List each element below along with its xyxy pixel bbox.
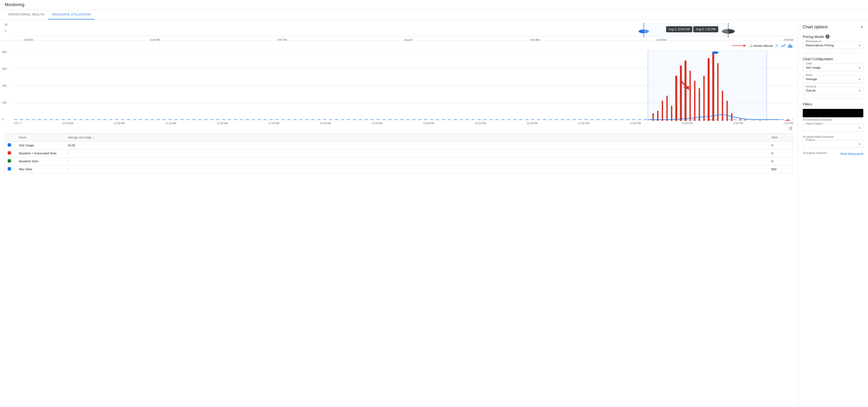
tabs-bar: OPERATIONAL HEALTH RESOURCE UTILIZATION [0, 10, 868, 20]
parent-folders-chevron-icon: ▼ [859, 126, 861, 129]
color-swatch [8, 167, 11, 171]
projects-select[interactable] [806, 142, 860, 146]
row-slots-0: 0 [771, 144, 790, 147]
reservations-filter: 10 reservations maximum [803, 109, 863, 121]
x-1250: 12:50 PM [682, 122, 692, 124]
interval-label: 1 minute interval [750, 44, 773, 48]
mini-time-6: 6:00 AM [657, 38, 666, 41]
row-name-3: Max Slots [19, 168, 66, 171]
line-chart-btn[interactable] [781, 43, 786, 48]
chart-label: Chart [805, 62, 813, 65]
debug-panel-link[interactable]: Show debug panel [840, 152, 863, 155]
pricing-model-title: Pricing Model [803, 35, 824, 39]
tooltip-right: Aug 3, 1:10 PM [693, 26, 718, 32]
chart-field: Chart Slot Usage Job Count Job Execution… [803, 64, 863, 71]
svg-rect-45 [789, 126, 790, 130]
row-avg-2: - [68, 159, 770, 163]
mini-y-label-0: 0 [5, 30, 7, 32]
x-utc: UTC-7 [14, 122, 22, 124]
y-0: 0 [2, 118, 6, 121]
metric-chevron-icon: ▼ [859, 78, 861, 80]
group-by-label: Group by [805, 85, 817, 88]
bar-chart-btn[interactable] [788, 43, 793, 48]
row-avg-0: 10.02 [68, 144, 770, 147]
x-100: 1:00 PM [733, 122, 743, 124]
svg-rect-17 [648, 51, 767, 121]
panel-title: Chart options [803, 25, 828, 30]
metric-field: Metric Average Maximum Minimum ▼ [803, 75, 863, 83]
tab-operational-health[interactable]: OPERATIONAL HEALTH [5, 10, 48, 20]
filters-title: Filters [803, 102, 812, 106]
workloads-field: Workloads on Reservations Pricing On-dem… [803, 41, 863, 49]
chart-config-title: Chart Configuration [803, 57, 833, 61]
x-axis-labels: UTC-7 10:50 AM 11:00 AM 11:10 AM 11:20 A… [0, 121, 798, 125]
parent-folders-select[interactable] [806, 126, 860, 129]
mini-chart: 50 0 Aug 3, 10 [0, 22, 798, 41]
page-title: Monitoring [5, 2, 863, 7]
row-slots-1: 0 [771, 151, 790, 155]
mini-time-1: 3:00 PM [23, 38, 33, 41]
row-name-2: Baseline Slots [19, 159, 66, 163]
reservations-filter-bar[interactable] [803, 109, 863, 117]
legend-row: Baseline Slots - 0 [5, 157, 793, 165]
x-1230: 12:30 PM [578, 122, 589, 124]
row-slots-2: 0 [771, 159, 790, 163]
y-600: 600 [2, 67, 6, 70]
x-1110: 11:10 AM [165, 122, 176, 124]
workloads-select[interactable]: Reservations Pricing On-demand Pricing [806, 43, 860, 47]
row-avg-1: - [68, 151, 770, 155]
col-slots: Slots [771, 136, 790, 139]
scroll-indicator [788, 126, 793, 131]
y-800: 800 [2, 51, 6, 53]
mini-time-4: Aug 03 [404, 38, 412, 41]
projects-label: Projects [805, 138, 816, 141]
svg-rect-8 [788, 45, 789, 48]
mini-time-3: 9:00 PM [277, 38, 287, 41]
metric-select[interactable]: Average Maximum Minimum [806, 77, 860, 81]
legend-table: Name Average slot usage ↓ Slots Slot Usa… [5, 134, 793, 173]
svg-text:★: ★ [783, 119, 792, 121]
x-1210: 12:10 PM [475, 122, 486, 124]
x-1200: 12:00 PM [423, 122, 434, 124]
chart-select[interactable]: Slot Usage Job Count Job Execution Time [806, 66, 860, 69]
tab-resource-utilization[interactable]: RESOURCE UTILIZATION [48, 10, 95, 20]
workloads-chevron-icon: ▼ [859, 44, 861, 47]
legend-row: Max Slots - 800 [5, 165, 793, 173]
metric-label: Metric [805, 74, 814, 76]
projects-chevron-icon: ▼ [859, 143, 861, 145]
x-1050: 10:50 AM [62, 122, 73, 124]
reservations-max-label: 10 reservations maximum [803, 118, 863, 121]
x-1120: 11:20 AM [217, 122, 228, 124]
x-1220: 12:20 PM [526, 122, 537, 124]
tooltip-left: Aug 3, 10:43 AM [666, 26, 692, 32]
projects-max-label: 10 projects maximum [803, 151, 827, 154]
legend-row: Slot Usage 10.02 0 [5, 141, 793, 149]
mini-time-5: 3:00 AM [530, 38, 539, 41]
chart-chevron-icon: ▼ [859, 66, 861, 69]
svg-rect-10 [791, 46, 792, 48]
main-chart: 800 600 400 200 0 [0, 51, 798, 121]
group-by-select[interactable]: Overall Project Reservation Job Type [806, 89, 860, 92]
color-swatch [8, 151, 11, 154]
parent-folders-field: Parent Folders ▼ [803, 124, 863, 132]
x-1240: 12:40 PM [630, 122, 641, 124]
y-400: 400 [2, 84, 6, 87]
y-200: 200 [2, 101, 6, 104]
pricing-model-help-icon[interactable]: ? [826, 34, 830, 39]
mini-time-7: 9:00 AM [784, 38, 793, 41]
interval-control: 1 minute interval ? [0, 41, 798, 51]
row-name-1: Baseline + Autoscaled Slots [19, 151, 66, 155]
parent-folders-label: Parent Folders [805, 122, 824, 125]
row-slots-3: 800 [771, 168, 790, 171]
projects-field: Projects ▼ [803, 140, 863, 148]
x-1140: 11:40 AM [320, 122, 331, 124]
mini-time-2: 6:00 PM [150, 38, 160, 41]
row-avg-3: - [68, 168, 770, 171]
right-panel: Chart options × Pricing Model ? Workload… [798, 20, 868, 407]
interval-help-icon[interactable]: ? [774, 43, 779, 48]
close-button[interactable]: × [861, 24, 863, 30]
color-swatch [8, 159, 11, 163]
mini-y-label-50: 50 [5, 23, 7, 26]
svg-rect-46 [791, 126, 792, 130]
x-1150: 11:50 AM [372, 122, 382, 124]
